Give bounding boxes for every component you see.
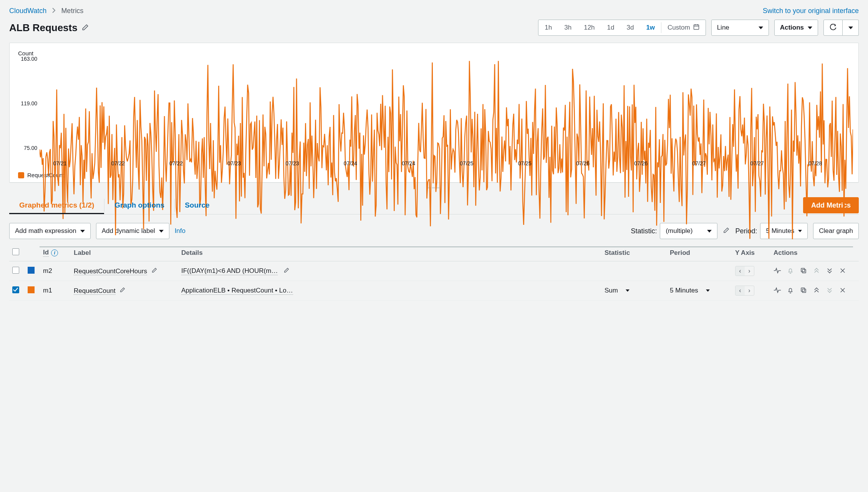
time-range-3h[interactable]: 3h — [558, 20, 578, 35]
move-up-icon[interactable] — [813, 267, 820, 274]
svg-rect-5 — [802, 269, 806, 273]
x-tick: 07/22 — [111, 160, 125, 166]
time-range-3d[interactable]: 3d — [620, 20, 640, 35]
select-all-checkbox[interactable] — [12, 248, 19, 255]
duplicate-icon[interactable] — [800, 286, 807, 294]
x-axis: 07/2107/2207/2207/2307/2307/2407/2407/25… — [40, 159, 853, 168]
chevron-right-icon — [52, 7, 56, 15]
chevron-down-icon — [808, 27, 812, 29]
move-up-icon[interactable] — [813, 286, 820, 294]
chart-type-select[interactable]: Line — [711, 20, 769, 36]
metric-details: ApplicationELB • RequestCount • Lo… — [181, 287, 293, 295]
x-tick: 07/23 — [286, 160, 299, 166]
y-axis-toggle[interactable]: ‹› — [735, 286, 754, 296]
refresh-button[interactable] — [823, 20, 843, 36]
alarm-icon[interactable] — [787, 267, 794, 274]
edit-title-icon[interactable] — [81, 22, 89, 34]
actions-dropdown[interactable]: Actions — [774, 20, 818, 36]
tab-source[interactable]: Source — [175, 197, 219, 213]
x-tick: 07/25 — [460, 160, 473, 166]
y-tick: 163.00 — [21, 56, 37, 62]
chevron-down-icon — [759, 27, 763, 29]
row-checkbox[interactable] — [12, 286, 19, 293]
y-axis-toggle[interactable]: ‹› — [735, 266, 754, 276]
x-tick: 07/26 — [576, 160, 590, 166]
y-tick: 119.00 — [21, 100, 37, 106]
x-tick: 07/27 — [692, 160, 706, 166]
time-range-custom[interactable]: Custom — [661, 20, 706, 35]
x-tick: 07/22 — [169, 160, 183, 166]
metrics-table: Id i Label Details Statistic Period Y Ax… — [9, 244, 859, 301]
x-tick: 07/27 — [750, 160, 764, 166]
x-tick: 07/28 — [808, 160, 822, 166]
row-checkbox[interactable] — [12, 267, 19, 274]
time-range-1w[interactable]: 1w — [640, 20, 661, 35]
x-tick: 07/24 — [344, 160, 357, 166]
svg-rect-0 — [694, 25, 699, 29]
metrics-tabs: Graphed metrics (1/2) Graph options Sour… — [9, 197, 220, 213]
chevron-down-icon — [848, 27, 853, 29]
page-title: ALB Requests — [9, 22, 89, 34]
tab-graphed-metrics[interactable]: Graphed metrics (1/2) — [9, 197, 104, 213]
time-range-1d[interactable]: 1d — [601, 20, 621, 35]
chart-card: Count 163.00 119.00 75.00 07/2107/2207/2… — [9, 43, 859, 183]
remove-icon[interactable] — [839, 267, 846, 274]
svg-rect-6 — [801, 268, 805, 272]
color-swatch-icon[interactable] — [28, 267, 35, 274]
x-tick: 07/25 — [518, 160, 532, 166]
alarm-icon[interactable] — [787, 286, 794, 294]
y-axis: 163.00 119.00 75.00 — [15, 59, 40, 148]
tab-graph-options[interactable]: Graph options — [104, 197, 174, 213]
color-swatch-icon[interactable] — [28, 286, 35, 293]
edit-details-icon[interactable] — [283, 268, 290, 275]
switch-interface-link[interactable]: Switch to your original interface — [763, 7, 859, 15]
chevron-down-icon — [626, 289, 629, 292]
time-range-1h[interactable]: 1h — [538, 20, 558, 35]
row-period-select[interactable]: 5 Minutes — [670, 287, 710, 294]
move-down-icon[interactable] — [826, 267, 833, 274]
edit-label-icon[interactable] — [151, 268, 157, 275]
breadcrumb-root-link[interactable]: CloudWatch — [9, 7, 46, 15]
edit-label-icon[interactable] — [119, 287, 126, 294]
row-statistic-select[interactable]: Sum — [605, 287, 629, 294]
y-tick: 75.00 — [24, 145, 37, 151]
metric-label: RequestCount — [74, 287, 116, 295]
x-tick: 07/23 — [227, 160, 241, 166]
x-tick: 07/24 — [402, 160, 415, 166]
breadcrumb: CloudWatch Metrics — [9, 7, 859, 15]
x-tick: 07/21 — [53, 160, 66, 166]
duplicate-icon[interactable] — [800, 267, 807, 274]
svg-rect-9 — [802, 289, 806, 293]
chart-y-title: Count — [15, 50, 853, 57]
time-range-segmented: 1h 3h 12h 1d 3d 1w Custom — [538, 20, 706, 36]
metric-id: m1 — [43, 287, 52, 294]
calendar-icon — [693, 24, 699, 32]
legend-swatch-icon — [18, 172, 24, 178]
chart-plot-area[interactable] — [40, 59, 853, 159]
x-tick: 07/26 — [634, 160, 648, 166]
table-row: m1RequestCount ApplicationELB • RequestC… — [9, 281, 859, 301]
pulse-icon[interactable] — [774, 267, 781, 274]
remove-icon[interactable] — [839, 286, 846, 294]
table-row: m2RequestCountCoreHours IF((DAY(m1)<6 AN… — [9, 261, 859, 281]
time-range-12h[interactable]: 12h — [578, 20, 601, 35]
metric-details: IF((DAY(m1)<6 AND (HOUR(m… — [181, 267, 278, 275]
metric-id: m2 — [43, 267, 52, 274]
info-icon[interactable]: i — [51, 249, 58, 256]
pulse-icon[interactable] — [774, 286, 781, 294]
chevron-down-icon — [706, 289, 710, 292]
breadcrumb-current: Metrics — [61, 7, 83, 15]
move-down-icon[interactable] — [826, 286, 833, 294]
page-title-text: ALB Requests — [9, 22, 78, 34]
svg-rect-10 — [801, 288, 805, 291]
refresh-options-button[interactable] — [843, 20, 859, 36]
metric-label: RequestCountCoreHours — [74, 268, 147, 275]
